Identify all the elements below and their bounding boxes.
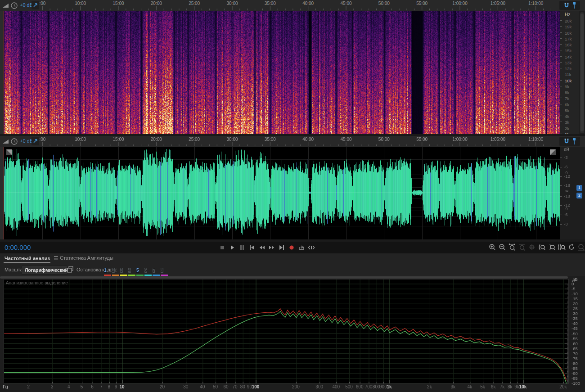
- axis-tick: [560, 196, 562, 197]
- frame-hold-button[interactable]: 5: [136, 268, 139, 273]
- frame-hold-button[interactable]: 4: [128, 268, 131, 273]
- y-axis-label: 0: [572, 281, 574, 286]
- y-axis-label: -50: [572, 331, 578, 336]
- snap-magnet-icon[interactable]: [563, 138, 570, 145]
- channel-2-badge[interactable]: 2: [576, 193, 582, 198]
- zoom-in-point-button[interactable]: [537, 243, 547, 252]
- zoom-navigate-button[interactable]: [577, 243, 585, 252]
- rewind-button[interactable]: [257, 243, 266, 252]
- copy-data-button[interactable]: [66, 266, 74, 274]
- ruler-label: 1:10:00: [528, 137, 544, 142]
- spectrogram-view[interactable]: Hz 20k19k18k17k16k15k14k13k12k11k10k9k8k…: [0, 11, 585, 134]
- playhead-line[interactable]: [4, 147, 4, 239]
- playhead-line[interactable]: [4, 11, 4, 134]
- pause-button[interactable]: [238, 243, 247, 252]
- tab-frequency-analysis[interactable]: Частотный анализ☰: [4, 255, 58, 261]
- frame-hold-button[interactable]: 7: [153, 268, 155, 273]
- x-axis-label: 8k: [508, 384, 513, 389]
- audio-editor-window: +0 dB :0010:0015:0020:0025:0030:0035:004…: [0, 0, 585, 392]
- frame-hold-1[interactable]: 1: [104, 266, 111, 276]
- waveform-view[interactable]: dB 1 2 -3-6-9-12-18-∞-18-12-9-6-3: [0, 147, 585, 239]
- ruler-label: :00: [39, 137, 45, 142]
- skip-to-start-button[interactable]: [248, 243, 256, 252]
- chart-range-scrollbar[interactable]: [0, 276, 568, 279]
- frame-hold-button[interactable]: 3: [120, 268, 123, 273]
- zoom-selection-width-button[interactable]: [557, 243, 567, 252]
- x-axis-label: 5: [81, 384, 83, 389]
- fade-out-handle[interactable]: [550, 149, 556, 155]
- amplitude-axis[interactable]: dB 1 2 -3-6-9-12-18-∞-18-12-9-6-3: [560, 147, 585, 239]
- x-axis-label: 3: [51, 384, 54, 389]
- marker-pin-icon[interactable]: [572, 2, 576, 9]
- frame-hold-button[interactable]: 6: [144, 268, 147, 273]
- frame-hold-4[interactable]: 4: [128, 266, 135, 276]
- frame-hold-button[interactable]: 2: [112, 268, 115, 273]
- clock-icon[interactable]: [10, 138, 18, 145]
- ruler-label: 10:00: [75, 1, 86, 6]
- gain-readout[interactable]: +0 dB: [20, 2, 33, 8]
- axis-tick: [560, 80, 562, 81]
- frame-hold-2[interactable]: 2: [112, 266, 119, 276]
- zoom-out-button[interactable]: [498, 243, 507, 252]
- amplitude-axis-label: -6: [564, 212, 567, 217]
- ruler-label: 35:00: [265, 137, 276, 142]
- frame-hold-6[interactable]: 6: [144, 266, 152, 276]
- zoom-vertical-button[interactable]: [527, 243, 537, 252]
- spectrogram-canvas[interactable]: [4, 11, 560, 134]
- x-axis-label: 80: [240, 384, 245, 389]
- loop-playback-button[interactable]: [297, 243, 306, 252]
- play-button[interactable]: [228, 243, 237, 252]
- y-axis-label: -95: [572, 376, 578, 381]
- skip-to-end-button[interactable]: [277, 243, 286, 252]
- reset-zoom-button[interactable]: [567, 243, 576, 252]
- x-axis-label: 5k: [480, 384, 485, 389]
- frequency-chart-plot[interactable]: Анализированное выделение: [4, 279, 569, 384]
- y-axis-label: -25: [572, 306, 578, 311]
- frame-hold-5[interactable]: 5: [136, 266, 144, 276]
- frame-hold-8[interactable]: 8: [161, 266, 168, 276]
- frame-hold-7[interactable]: 7: [153, 266, 160, 276]
- frame-hold-3[interactable]: 3: [120, 266, 127, 276]
- ruler-label: 50:00: [378, 137, 390, 142]
- vertical-zoom-scrollbar[interactable]: [580, 12, 584, 133]
- zoom-out-full-button[interactable]: [518, 243, 527, 252]
- frame-hold-button[interactable]: 8: [161, 268, 163, 273]
- snap-magnet-icon[interactable]: [563, 2, 570, 9]
- amplitude-axis-label: -∞: [564, 188, 568, 193]
- ruler-label: 1:05:00: [490, 137, 506, 142]
- frequency-axis[interactable]: Hz 20k19k18k17k16k15k14k13k12k11k10k9k8k…: [560, 11, 579, 134]
- timeline-ruler[interactable]: :0010:0015:0020:0025:0030:0035:0040:0045…: [38, 0, 559, 11]
- x-axis-label: 900: [379, 384, 387, 389]
- zoom-out-point-button[interactable]: [547, 243, 557, 252]
- frequency-axis-label: 3k: [565, 120, 569, 125]
- panel-menu-icon[interactable]: ☰: [54, 255, 58, 261]
- x-axis-label: 500: [345, 384, 353, 389]
- time-display[interactable]: 0:00.000: [4, 243, 31, 251]
- frame-hold-button[interactable]: 1: [104, 268, 107, 273]
- stop-button[interactable]: [218, 243, 227, 252]
- marker-pin-icon[interactable]: [572, 138, 576, 145]
- gain-readout[interactable]: +0 dB: [20, 138, 33, 144]
- waveform-canvas[interactable]: [4, 147, 560, 239]
- ruler-label: 20:00: [151, 137, 162, 142]
- x-axis-label: 300: [315, 384, 323, 389]
- x-axis-label: 2k: [427, 384, 432, 389]
- timeline-ruler[interactable]: :0010:0015:0020:0025:0030:0035:0040:0045…: [38, 136, 559, 147]
- scale-select[interactable]: Логарифмический: [22, 266, 68, 275]
- waveform-header: +0 dB :0010:0015:0020:0025:0030:0035:004…: [0, 136, 585, 147]
- fade-in-handle[interactable]: [6, 149, 12, 155]
- record-button[interactable]: [287, 243, 296, 252]
- x-axis-label: 600: [356, 384, 364, 389]
- zoom-in-button[interactable]: [488, 243, 497, 252]
- fast-forward-button[interactable]: [267, 243, 276, 252]
- skip-selection-button[interactable]: [307, 243, 316, 252]
- clock-icon[interactable]: [10, 2, 18, 9]
- x-axis-label: 800: [373, 384, 380, 389]
- x-axis-label: 9k: [514, 384, 519, 389]
- tab-amplitude-statistics[interactable]: Статистика Амплитуды: [60, 255, 113, 261]
- frequency-axis-label: 11k: [565, 72, 572, 77]
- zoom-to-selection-button[interactable]: [508, 243, 517, 252]
- amplitude-axis-label: -18: [564, 183, 570, 188]
- ruler-label: 30:00: [226, 137, 238, 142]
- channel-1-badge[interactable]: 1: [576, 185, 582, 191]
